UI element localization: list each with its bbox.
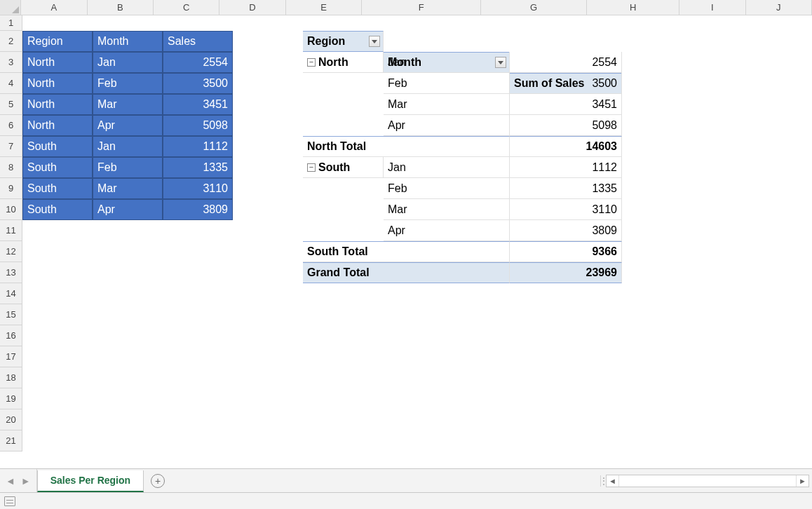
- row-header-14[interactable]: 14: [0, 283, 22, 304]
- row-header-21[interactable]: 21: [0, 430, 22, 452]
- source-cell-sales[interactable]: 5098: [163, 115, 233, 136]
- source-cell-region[interactable]: North: [22, 94, 93, 115]
- source-cell-sales[interactable]: 3500: [163, 73, 233, 94]
- pivot-month[interactable]: Apr: [384, 220, 510, 241]
- pivot-month[interactable]: Mar: [384, 199, 510, 220]
- column-header-D[interactable]: D: [219, 0, 285, 15]
- source-cell-month[interactable]: Mar: [93, 94, 163, 115]
- pivot-subtotal-value[interactable]: 14603: [510, 136, 622, 157]
- tab-scroll-splitter[interactable]: ⋮: [600, 475, 606, 487]
- pivot-month[interactable]: Jan: [384, 157, 510, 178]
- pivot-filter-region-dropdown[interactable]: [369, 36, 380, 47]
- row-header-3[interactable]: 3: [0, 52, 22, 73]
- column-header-H[interactable]: H: [587, 0, 679, 15]
- source-cell-region[interactable]: North: [22, 115, 93, 136]
- pivot-value[interactable]: 3500: [510, 73, 622, 94]
- row-header-18[interactable]: 18: [0, 367, 22, 388]
- source-cell-region[interactable]: North: [22, 73, 93, 94]
- pivot-grandtotal-value[interactable]: 23969: [510, 262, 622, 283]
- column-header-E[interactable]: E: [286, 0, 363, 15]
- collapse-icon[interactable]: −: [307, 163, 316, 172]
- pivot-value[interactable]: 3110: [510, 199, 622, 220]
- add-sheet-button[interactable]: +: [144, 469, 172, 492]
- cells-area[interactable]: RegionMonthSalesNorthJan2554NorthFeb3500…: [22, 15, 812, 468]
- row-header-15[interactable]: 15: [0, 304, 22, 325]
- scroll-right-icon[interactable]: ►: [796, 475, 808, 487]
- sheet-tab-active[interactable]: Sales Per Region: [37, 470, 144, 492]
- source-cell-month[interactable]: Apr: [93, 115, 163, 136]
- row-header-7[interactable]: 7: [0, 136, 22, 157]
- source-cell-sales[interactable]: 3451: [163, 94, 233, 115]
- row-header-16[interactable]: 16: [0, 325, 22, 346]
- pivot-subtotal-value[interactable]: 9366: [510, 241, 622, 262]
- pivot-value[interactable]: 1112: [510, 157, 622, 178]
- row-header-5[interactable]: 5: [0, 94, 22, 115]
- source-cell-sales[interactable]: 1335: [163, 157, 233, 178]
- row-header-1[interactable]: 1: [0, 15, 22, 31]
- source-cell-month[interactable]: Feb: [93, 73, 163, 94]
- column-header-B[interactable]: B: [88, 0, 154, 15]
- row-header-6[interactable]: 6: [0, 115, 22, 136]
- pivot-subtotal-label[interactable]: South Total: [303, 241, 510, 262]
- pivot-month[interactable]: Jan: [384, 52, 510, 73]
- source-cell-sales[interactable]: 2554: [163, 52, 233, 73]
- source-cell-sales[interactable]: 3110: [163, 178, 233, 199]
- pivot-value[interactable]: 5098: [510, 115, 622, 136]
- sheet-nav-prev-icon[interactable]: ◄: [6, 475, 15, 487]
- pivot-month[interactable]: Mar: [384, 94, 510, 115]
- row-header-4[interactable]: 4: [0, 73, 22, 94]
- source-cell-region[interactable]: North: [22, 52, 93, 73]
- source-cell-sales[interactable]: 3809: [163, 199, 233, 220]
- source-header-region[interactable]: Region: [22, 31, 93, 52]
- worksheet-grid[interactable]: ABCDEFGHIJ 12345678910111213141516171819…: [0, 0, 812, 468]
- column-header-G[interactable]: G: [481, 0, 587, 15]
- source-cell-month[interactable]: Mar: [93, 178, 163, 199]
- source-cell-sales[interactable]: 1112: [163, 136, 233, 157]
- row-header-8[interactable]: 8: [0, 157, 22, 178]
- record-macro-icon[interactable]: [4, 496, 15, 506]
- pivot-value[interactable]: 3809: [510, 220, 622, 241]
- pivot-month[interactable]: Feb: [384, 73, 510, 94]
- row-header-13[interactable]: 13: [0, 262, 22, 283]
- pivot-group-north[interactable]: −North: [303, 52, 384, 73]
- source-cell-region[interactable]: South: [22, 136, 93, 157]
- scroll-left-icon[interactable]: ◄: [607, 475, 619, 487]
- row-header-17[interactable]: 17: [0, 346, 22, 367]
- source-header-sales[interactable]: Sales: [163, 31, 233, 52]
- source-cell-month[interactable]: Jan: [93, 136, 163, 157]
- pivot-group-south[interactable]: −South: [303, 157, 384, 178]
- sheet-tab-bar: ◄ ► Sales Per Region + ⋮ ◄ ►: [0, 468, 812, 492]
- pivot-value[interactable]: 3451: [510, 94, 622, 115]
- horizontal-scrollbar[interactable]: ◄ ►: [606, 475, 809, 487]
- source-header-month[interactable]: Month: [93, 31, 163, 52]
- collapse-icon[interactable]: −: [307, 58, 316, 67]
- column-header-J[interactable]: J: [746, 0, 812, 15]
- source-cell-region[interactable]: South: [22, 178, 93, 199]
- column-header-C[interactable]: C: [154, 0, 219, 15]
- source-cell-region[interactable]: South: [22, 199, 93, 220]
- pivot-value[interactable]: 1335: [510, 178, 622, 199]
- row-header-20[interactable]: 20: [0, 409, 22, 430]
- row-header-9[interactable]: 9: [0, 178, 22, 199]
- source-cell-month[interactable]: Jan: [93, 52, 163, 73]
- pivot-subtotal-label[interactable]: North Total: [303, 136, 510, 157]
- row-header-11[interactable]: 11: [0, 220, 22, 241]
- row-header-12[interactable]: 12: [0, 241, 22, 262]
- pivot-header-region[interactable]: Region: [303, 31, 384, 52]
- sheet-nav-next-icon[interactable]: ►: [21, 475, 31, 487]
- sheet-nav-arrows[interactable]: ◄ ►: [0, 469, 37, 492]
- pivot-grandtotal-label[interactable]: Grand Total: [303, 262, 510, 283]
- source-cell-month[interactable]: Feb: [93, 157, 163, 178]
- row-header-19[interactable]: 19: [0, 388, 22, 409]
- select-all-triangle[interactable]: [0, 0, 21, 15]
- row-header-2[interactable]: 2: [0, 31, 22, 52]
- column-header-A[interactable]: A: [21, 0, 87, 15]
- row-header-10[interactable]: 10: [0, 199, 22, 220]
- pivot-month[interactable]: Apr: [384, 115, 510, 136]
- source-cell-month[interactable]: Apr: [93, 199, 163, 220]
- column-header-I[interactable]: I: [679, 0, 745, 15]
- pivot-month[interactable]: Feb: [384, 178, 510, 199]
- column-header-F[interactable]: F: [362, 0, 481, 15]
- source-cell-region[interactable]: South: [22, 157, 93, 178]
- pivot-value[interactable]: 2554: [510, 52, 622, 73]
